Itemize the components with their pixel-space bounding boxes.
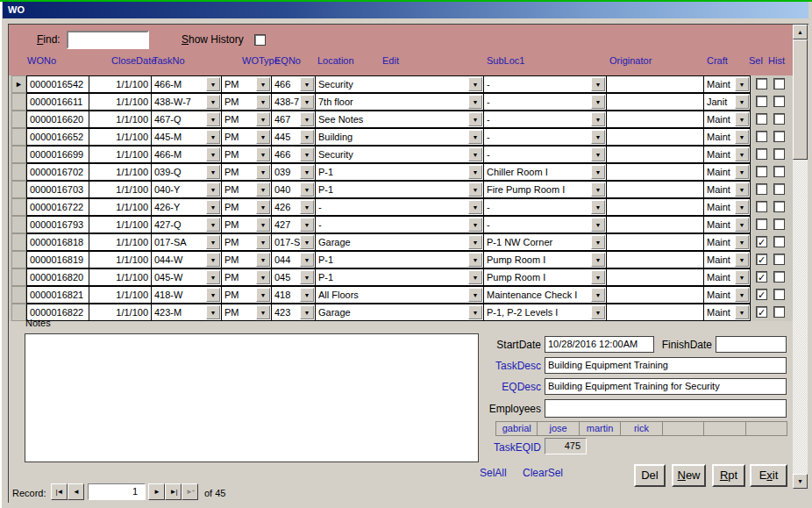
hist-checkbox[interactable] xyxy=(773,289,785,300)
dropdown-button[interactable]: ▼ xyxy=(206,182,220,197)
sel-checkbox[interactable]: ✓ xyxy=(756,254,767,265)
subloc1-combobox[interactable]: Fire Pump Room I ▼ xyxy=(483,181,607,198)
location-combobox[interactable]: Building ▼ xyxy=(315,128,484,146)
window-titlebar[interactable]: WO xyxy=(3,2,808,18)
hist-checkbox[interactable] xyxy=(773,236,785,247)
taskno-combobox[interactable]: 466-M ▼ xyxy=(151,146,222,163)
eqno-combobox[interactable]: 466 ▼ xyxy=(271,146,316,163)
dropdown-button[interactable]: ▼ xyxy=(206,147,220,161)
scroll-up-icon[interactable]: ▲ xyxy=(793,25,808,39)
dropdown-button[interactable]: ▼ xyxy=(468,165,482,179)
originator-cell[interactable] xyxy=(606,181,704,198)
dropdown-button[interactable]: ▼ xyxy=(735,77,749,91)
wono-cell[interactable]: 0000016652 xyxy=(26,128,89,146)
craft-combobox[interactable]: Janit ▼ xyxy=(703,93,751,111)
dropdown-button[interactable]: ▼ xyxy=(468,305,482,319)
employee-button-empty[interactable] xyxy=(746,421,787,436)
dropdown-button[interactable]: ▼ xyxy=(300,95,314,109)
hist-checkbox[interactable] xyxy=(773,218,785,230)
hist-checkbox[interactable] xyxy=(773,166,785,177)
taskno-combobox[interactable]: 426-Y ▼ xyxy=(151,198,222,216)
record-selector[interactable] xyxy=(11,111,26,128)
hist-checkbox[interactable] xyxy=(773,113,785,125)
dropdown-button[interactable]: ▼ xyxy=(256,130,270,144)
taskno-combobox[interactable]: 466-M ▼ xyxy=(151,75,222,93)
location-combobox[interactable]: P-1 ▼ xyxy=(315,181,484,198)
record-selector[interactable] xyxy=(11,233,26,251)
originator-cell[interactable] xyxy=(606,75,704,93)
closedate-cell[interactable]: 1/1/100 xyxy=(89,216,152,233)
subloc1-combobox[interactable]: P-1 NW Corner ▼ xyxy=(483,233,607,251)
record-selector[interactable] xyxy=(11,268,26,286)
craft-combobox[interactable]: Maint ▼ xyxy=(703,75,751,93)
taskno-combobox[interactable]: 044-W ▼ xyxy=(151,251,222,268)
record-selector[interactable] xyxy=(11,146,26,163)
sel-checkbox[interactable] xyxy=(756,148,767,160)
dropdown-button[interactable]: ▼ xyxy=(735,305,749,319)
closedate-cell[interactable]: 1/1/100 xyxy=(89,163,152,181)
dropdown-button[interactable]: ▼ xyxy=(735,147,749,161)
taskdesc-input[interactable]: Building Equipment Training xyxy=(545,357,787,374)
hist-checkbox[interactable] xyxy=(773,254,785,265)
rpt-button[interactable]: Rpt xyxy=(712,464,745,487)
craft-combobox[interactable]: Maint ▼ xyxy=(703,304,751,321)
closedate-cell[interactable]: 1/1/100 xyxy=(89,128,152,146)
dropdown-button[interactable]: ▼ xyxy=(735,288,749,302)
record-previous-button[interactable]: ◄ xyxy=(68,483,84,500)
originator-cell[interactable] xyxy=(606,198,704,216)
location-combobox[interactable]: - ▼ xyxy=(315,198,484,216)
dropdown-button[interactable]: ▼ xyxy=(591,112,605,126)
dropdown-button[interactable]: ▼ xyxy=(591,253,605,267)
craft-combobox[interactable]: Maint ▼ xyxy=(703,251,751,268)
dropdown-button[interactable]: ▼ xyxy=(591,147,605,161)
wono-cell[interactable]: 0000016611 xyxy=(26,93,89,111)
wono-cell[interactable]: 0000016702 xyxy=(26,163,89,181)
dropdown-button[interactable]: ▼ xyxy=(206,112,220,126)
dropdown-button[interactable]: ▼ xyxy=(735,270,749,284)
wono-cell[interactable]: 0000016821 xyxy=(26,286,89,304)
location-combobox[interactable]: See Notes ▼ xyxy=(315,111,484,128)
originator-cell[interactable] xyxy=(606,216,704,233)
wotype-combobox[interactable]: PM ▼ xyxy=(221,268,272,286)
taskno-combobox[interactable]: 423-M ▼ xyxy=(151,304,222,321)
wotype-combobox[interactable]: PM ▼ xyxy=(221,181,272,198)
wono-cell[interactable]: 0000016542 xyxy=(26,75,89,93)
taskno-combobox[interactable]: 045-W ▼ xyxy=(151,268,222,286)
scrollbar-thumb[interactable] xyxy=(793,39,808,160)
dropdown-button[interactable]: ▼ xyxy=(735,235,749,249)
sel-checkbox[interactable]: ✓ xyxy=(756,236,767,247)
employee-button-rick[interactable]: rick xyxy=(621,421,662,436)
record-first-button[interactable]: |◄ xyxy=(51,483,68,500)
craft-combobox[interactable]: Maint ▼ xyxy=(703,216,751,233)
startdate-input[interactable]: 10/28/2016 12:00AM xyxy=(545,336,654,353)
wotype-combobox[interactable]: PM ▼ xyxy=(221,251,272,268)
dropdown-button[interactable]: ▼ xyxy=(300,270,314,284)
clearsel-link[interactable]: ClearSel xyxy=(523,467,563,479)
location-combobox[interactable]: All Floors ▼ xyxy=(315,286,484,304)
eqdesc-input[interactable]: Building Equipment Training for Security xyxy=(545,378,787,395)
hist-checkbox[interactable] xyxy=(773,131,785,142)
dropdown-button[interactable]: ▼ xyxy=(591,235,605,249)
closedate-cell[interactable]: 1/1/100 xyxy=(89,233,152,251)
originator-cell[interactable] xyxy=(606,93,704,111)
eqno-combobox[interactable]: 445 ▼ xyxy=(271,128,316,146)
dropdown-button[interactable]: ▼ xyxy=(256,112,270,126)
wotype-combobox[interactable]: PM ▼ xyxy=(221,216,272,233)
wono-cell[interactable]: 0000016722 xyxy=(26,198,89,216)
location-combobox[interactable]: 7th floor ▼ xyxy=(315,93,484,111)
dropdown-button[interactable]: ▼ xyxy=(468,147,482,161)
sel-checkbox[interactable] xyxy=(756,113,767,125)
hist-checkbox[interactable] xyxy=(773,183,785,195)
closedate-cell[interactable]: 1/1/100 xyxy=(89,146,152,163)
dropdown-button[interactable]: ▼ xyxy=(468,95,482,109)
dropdown-button[interactable]: ▼ xyxy=(256,288,270,302)
finishdate-input[interactable] xyxy=(716,336,787,353)
dropdown-button[interactable]: ▼ xyxy=(591,77,605,91)
craft-combobox[interactable]: Maint ▼ xyxy=(703,198,751,216)
sel-checkbox[interactable] xyxy=(756,183,767,195)
dropdown-button[interactable]: ▼ xyxy=(735,253,749,267)
dropdown-button[interactable]: ▼ xyxy=(591,218,605,232)
originator-cell[interactable] xyxy=(606,268,704,286)
wotype-combobox[interactable]: PM ▼ xyxy=(221,198,272,216)
wono-cell[interactable]: 0000016620 xyxy=(26,111,89,128)
